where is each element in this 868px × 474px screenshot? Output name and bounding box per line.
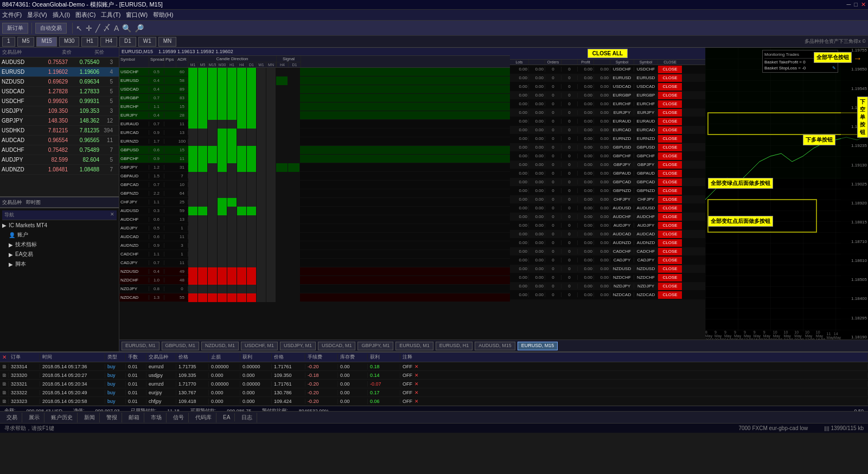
signal-row[interactable]: AUDCHF 0.6 13 [119,215,510,224]
signal-row[interactable]: NZDJPY 0.8 0 [119,285,510,293]
symbol-row-audjpy[interactable]: AUDJPY 82.599 82.604 5 [0,155,119,165]
signal-row[interactable]: GBPUSD 0.6 15 [119,146,510,155]
tab-d1[interactable]: D1 [119,37,136,47]
nav-indicators[interactable]: ▶ 技术指标 [2,240,117,249]
signal-row[interactable]: GBPNZD 2.2 64 [119,189,510,198]
close-position-btn[interactable]: CLOSE [658,161,682,169]
nav-ea[interactable]: ▶ EA交易 [2,249,117,259]
signal-row[interactable]: USDCHF 0.5 60 [119,68,510,76]
close-position-btn[interactable]: CLOSE [658,66,682,73]
close-position-btn[interactable]: CLOSE [658,126,682,134]
close-position-btn[interactable]: CLOSE [658,204,682,212]
menu-file[interactable]: 文件(F) [2,11,22,19]
nav-scripts[interactable]: ▶ 脚本 [2,259,117,269]
tab-m15[interactable]: M15 [36,37,56,47]
signal-row[interactable]: GBPCAD 0.7 10 [119,181,510,189]
close-position-btn[interactable]: CLOSE [658,222,682,229]
signal-row[interactable]: EURGBP 0.7 83 [119,94,510,103]
new-order-btn[interactable]: 新订单 [2,23,28,34]
symbol-row-eurusd[interactable]: EURUSD 1.19602 1.19606 4 [0,67,119,77]
tab-market[interactable]: 市场 [146,413,167,422]
text-icon[interactable]: A [114,24,119,33]
close-position-btn[interactable]: CLOSE [658,170,682,177]
signal-row[interactable]: EURAUD 0.7 11 [119,120,510,129]
chart-tab-usdjpy-m1[interactable]: USDJPY, M1 [280,342,316,350]
tab-ea[interactable]: EA [219,413,235,421]
close-position-btn[interactable]: CLOSE [658,135,682,143]
nav-accounts[interactable]: 👤 账户 [2,230,117,240]
nav-ic-markets[interactable]: ▶ IC Markets MT4 [2,220,117,230]
signal-row[interactable]: NZDCAD 1.3 55 [119,293,510,302]
symbol-row-usdjpy[interactable]: USDJPY 109.350 109.353 3 [0,106,119,116]
minimize-btn[interactable]: ─ [847,1,851,8]
symbol-row-usdhkd[interactable]: USDHKD 7.81215 7.81235 394 [0,126,119,136]
chart-tab-audusd-m15[interactable]: AUDUSD, M15 [475,342,515,350]
symbol-row-audchf[interactable]: AUDCHF 0.75482 0.75489 7 [0,145,119,155]
close-position-btn[interactable]: CLOSE [658,92,682,99]
tab-journal[interactable]: 日志 [237,413,257,422]
tab-h1[interactable]: H1 [81,37,98,47]
close-position-btn[interactable]: CLOSE [658,74,682,82]
tab-mn[interactable]: MN [158,37,177,47]
signal-row[interactable]: AUDCAD 0.6 11 [119,233,510,241]
order-close-icon[interactable]: ✕ [414,390,419,395]
close-position-btn[interactable]: CLOSE [658,248,682,255]
tab-account[interactable]: 展示 [24,413,44,422]
signal-row[interactable]: NZDUSD 0.4 49 [119,267,510,276]
symbol-row-audcad[interactable]: AUDCAD 0.96554 0.96565 11 [0,136,119,145]
order-del-btn[interactable]: 🗎 [0,373,9,378]
tab-m30[interactable]: M30 [59,37,79,47]
exchange-products-tab[interactable]: 交易品种 [2,199,22,206]
chart-tab-usdchf-m1[interactable]: USDCHF, M1 [241,342,278,350]
signal-row[interactable]: EURNZD 1.7 100 [119,137,510,146]
order-close-icon[interactable]: ✕ [414,399,419,404]
signal-row[interactable]: GBPCHF 0.9 11 [119,155,510,163]
close-position-btn[interactable]: CLOSE [658,118,682,125]
crosshair-icon[interactable]: ✛ [86,24,92,33]
menu-chart[interactable]: 图表(C) [75,11,95,19]
chart-tab-nzdusd-m1[interactable]: NZDUSD, M1 [201,342,239,350]
order-del-btn[interactable]: 🗎 [0,390,9,395]
close-position-btn[interactable]: CLOSE [658,291,682,299]
order-close-icon[interactable]: ✕ [414,364,419,369]
signal-row[interactable]: EURUSD 0.4 58 [119,76,510,85]
chart-tab-eurusd-m1b[interactable]: EURUSD, M1 [395,342,433,350]
restore-btn[interactable]: □ [854,1,858,8]
close-position-btn[interactable]: CLOSE [658,187,682,195]
close-position-btn[interactable]: CLOSE [658,274,682,281]
tab-news[interactable]: 新闻 [80,413,100,422]
close-position-btn[interactable]: CLOSE [658,283,682,290]
tab-history[interactable]: 账户历史 [47,413,78,422]
close-position-btn[interactable]: CLOSE [658,144,682,151]
auto-trade-btn[interactable]: 自动交易 [35,23,67,34]
order-del-btn[interactable]: 🗎 [0,399,9,404]
order-del-btn[interactable]: 🗎 [0,381,9,387]
line-icon[interactable]: ╱ [95,24,100,33]
close-position-btn[interactable]: CLOSE [658,152,682,160]
navigator-close-icon[interactable]: ✕ [110,212,114,219]
signal-row[interactable]: CHFJPY 1.1 25 [119,198,510,207]
close-position-btn[interactable]: CLOSE [658,109,682,117]
zoom-out-icon[interactable]: 🔎 [135,24,144,33]
order-row[interactable]: 🗎 323321 2018.05.14 05:20:34 buy 0.01 eu… [0,380,868,388]
order-close-icon[interactable]: ✕ [414,381,419,387]
order-close-icon[interactable]: ✕ [414,373,419,378]
close-position-btn[interactable]: CLOSE [658,178,682,186]
symbol-row-nzdusd[interactable]: NZDUSD 0.69629 0.69634 5 [0,77,119,87]
close-position-btn[interactable]: CLOSE [658,239,682,247]
signal-row[interactable]: GBPAUD 1.5 7 [119,172,510,181]
order-del-btn[interactable]: 🗎 [0,364,9,369]
close-position-btn[interactable]: CLOSE [658,265,682,273]
menu-insert[interactable]: 插入(I) [53,11,70,19]
close-position-btn[interactable]: CLOSE [658,83,682,91]
arrow-tool-icon[interactable]: ↖ [76,24,82,33]
chart-tab-eurusd-m1[interactable]: EURUSD, M1 [122,342,159,350]
close-btn[interactable]: ✕ [861,1,866,8]
signal-row[interactable]: AUDUSD 0.3 59 [119,207,510,215]
signal-row[interactable]: AUDJPY 0.5 1 [119,224,510,233]
tab-alerts[interactable]: 警报 [102,413,122,422]
tab-1[interactable]: 1 [2,37,15,47]
basket-sl-edit-icon[interactable]: ✎ [832,66,836,71]
close-position-btn[interactable]: CLOSE [658,257,682,264]
menu-window[interactable]: 窗口(W) [126,11,148,19]
